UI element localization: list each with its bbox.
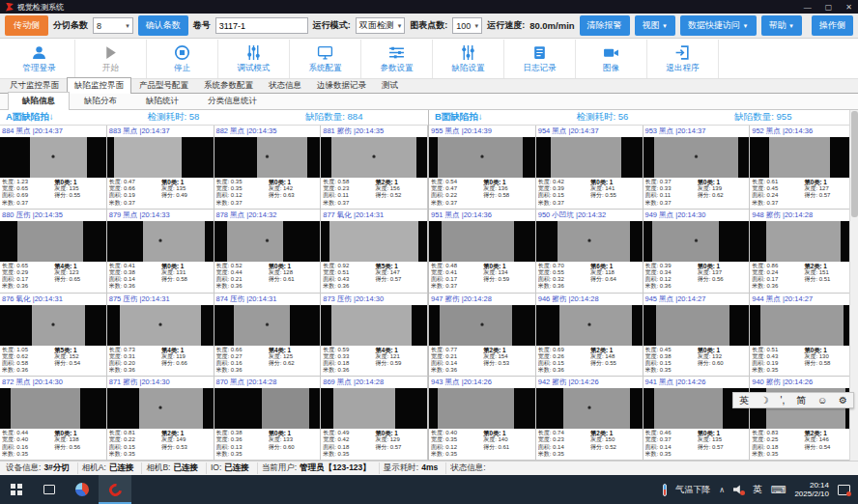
defect-cell[interactable]: 942 擦伤 |20:14:26 长度: 0.74 宽度: 0.23 面积: 0…: [536, 377, 644, 461]
confirm-count-button[interactable]: 确认条数: [138, 15, 188, 36]
action-button-defect[interactable]: 缺陷设置: [433, 40, 504, 78]
defect-cell[interactable]: 940 擦伤 |20:14:26 长度: 0.83 宽度: 0.25 面积: 0…: [750, 377, 857, 461]
defect-cell[interactable]: 869 黑点 |20:14:28 长度: 0.49 宽度: 0.42 面积: 0…: [321, 377, 428, 461]
speed-label: 运行速度:: [487, 19, 525, 32]
action-button-user[interactable]: 管理登录: [4, 40, 75, 78]
tab-4[interactable]: 状态信息: [261, 77, 309, 93]
defect-cell[interactable]: 881 擦伤 |20:14:35 长度: 0.58 宽度: 0.23 面积: 0…: [321, 126, 428, 210]
subtab-3[interactable]: 分类信息统计: [193, 92, 272, 109]
start-button[interactable]: [0, 475, 33, 504]
defect-cell[interactable]: 878 黑点 |20:14:32 长度: 0.52 宽度: 0.44 面积: 0…: [214, 210, 322, 294]
score-value: 0.57: [712, 444, 724, 450]
data-quick-access-menu-button[interactable]: 数据快捷访问 ▼: [680, 15, 756, 36]
defect-cell[interactable]: 876 氧化 |20:14:31 长度: 1.05 宽度: 0.62 面积: 0…: [0, 294, 107, 378]
run-mode-select[interactable]: 双面检测 ▾: [356, 17, 406, 34]
action-button-log[interactable]: 日志记录: [504, 40, 576, 78]
defect-cell[interactable]: 950 小凹坑 |20:14:32 长度: 0.70 宽度: 0.55 面积: …: [536, 210, 644, 294]
close-button[interactable]: ✕: [845, 3, 852, 12]
tab-5[interactable]: 边缘数据记录: [309, 77, 374, 93]
task-view-button[interactable]: [33, 475, 66, 504]
drive-side-button[interactable]: 传动侧: [5, 15, 48, 36]
notification-center-icon[interactable]: [838, 485, 850, 495]
defect-cell[interactable]: 944 黑点 |20:14:27 长度: 0.51 宽度: 0.43 面积: 0…: [750, 294, 857, 378]
area-label: 面积:: [752, 276, 765, 282]
ime-simplified-mode[interactable]: 简: [796, 394, 806, 407]
width-value: 0.33: [660, 185, 672, 191]
subtab-2[interactable]: 缺陷统计: [131, 92, 193, 109]
width-value: 0.40: [16, 436, 28, 442]
length-label: 长度:: [431, 263, 444, 268]
defect-cell[interactable]: 884 黑点 |20:14:37 长度: 1.23 宽度: 0.65 面积: 0…: [0, 126, 107, 210]
clear-alarm-button[interactable]: 清除报警: [580, 15, 630, 36]
ime-moon-icon[interactable]: ☽: [760, 395, 769, 406]
defect-cell[interactable]: 945 黑点 |20:14:27 长度: 0.45 宽度: 0.38 面积: 0…: [644, 294, 751, 378]
panel-title[interactable]: B面缺陷拍↓: [435, 111, 577, 124]
defect-cell[interactable]: 948 擦伤 |20:14:28 长度: 0.86 宽度: 0.24 面积: 0…: [750, 210, 857, 294]
tab-6[interactable]: 测试: [374, 77, 406, 93]
panel-title[interactable]: A面缺陷拍↓: [6, 111, 148, 124]
defect-cell[interactable]: 870 黑点 |20:14:28 长度: 0.38 宽度: 0.36 面积: 0…: [214, 377, 322, 461]
defect-cell[interactable]: 955 黑点 |20:14:39 长度: 0.54 宽度: 0.47 面积: 0…: [429, 126, 536, 210]
width-value: 0.27: [231, 353, 243, 359]
roll-input[interactable]: [215, 17, 308, 34]
width-value: 0.43: [767, 353, 779, 359]
defect-cell[interactable]: 879 黑点 |20:14:33 长度: 0.41 宽度: 0.38 面积: 0…: [107, 210, 214, 294]
action-button-stop[interactable]: 停止: [147, 40, 218, 78]
defect-cell[interactable]: 947 擦伤 |20:14:28 长度: 0.77 宽度: 0.21 面积: 0…: [429, 294, 536, 378]
defect-cell[interactable]: 871 擦伤 |20:14:30 长度: 0.81 宽度: 0.22 面积: 0…: [107, 377, 214, 461]
action-button-params[interactable]: 参数设置: [361, 40, 433, 78]
operate-side-button[interactable]: 操作侧: [812, 15, 853, 36]
class-value: 第2类: 1: [804, 430, 854, 436]
taskbar-clock[interactable]: 20:14 2025/2/10: [794, 481, 829, 498]
keyboard-icon[interactable]: ⌨: [771, 484, 786, 496]
slit-count-select[interactable]: 8 ▾: [93, 17, 133, 34]
defect-cell[interactable]: 873 压伤 |20:14:30 长度: 0.59 宽度: 0.33 面积: 0…: [321, 294, 428, 378]
defect-cell[interactable]: 949 黑点 |20:14:30 长度: 0.39 宽度: 0.34 面积: 0…: [644, 210, 751, 294]
view-menu-button[interactable]: 视图 ▼: [635, 15, 675, 36]
tray-expand-chevron-icon[interactable]: ∧: [719, 486, 725, 494]
scrollbar-thumb[interactable]: [851, 111, 858, 217]
defect-cell[interactable]: 880 压伤 |20:14:35 长度: 0.65 宽度: 0.29 面积: 0…: [0, 210, 107, 294]
defect-cell-info: 长度: 0.39 宽度: 0.34 面积: 0.12 米数: 0.36 第0类:…: [644, 262, 750, 293]
tab-0[interactable]: 尺寸监控界面: [2, 77, 67, 93]
meter-value: 0.36: [338, 367, 350, 373]
defect-cell[interactable]: 943 黑点 |20:14:26 长度: 0.40 宽度: 0.35 面积: 0…: [429, 377, 536, 461]
action-button-camera[interactable]: 图像: [576, 40, 647, 78]
taskbar-app-browser[interactable]: [66, 475, 99, 504]
action-button-monitor[interactable]: 系统配置: [290, 40, 361, 78]
defect-cell-header: 878 黑点 |20:14:32: [214, 210, 321, 221]
defect-image: [321, 305, 427, 346]
action-button-exit[interactable]: 退出程序: [647, 40, 719, 78]
defect-cell[interactable]: 954 黑点 |20:14:37 长度: 0.42 宽度: 0.39 面积: 0…: [536, 126, 644, 210]
action-button-sliders[interactable]: 调试模式: [218, 40, 290, 78]
ime-emoji-icon[interactable]: ☺: [817, 395, 827, 406]
defect-cell[interactable]: 874 压伤 |20:14:31 长度: 0.66 宽度: 0.27 面积: 0…: [214, 294, 322, 378]
minimize-button[interactable]: —: [804, 3, 812, 12]
ime-lang-mode[interactable]: 英: [739, 394, 749, 407]
defect-cell[interactable]: 951 黑点 |20:14:36 长度: 0.48 宽度: 0.41 面积: 0…: [429, 210, 536, 294]
help-menu-button[interactable]: 帮助 ▼: [761, 15, 802, 36]
defect-cell[interactable]: 946 擦伤 |20:14:28 长度: 0.69 宽度: 0.26 面积: 0…: [536, 294, 644, 378]
subtab-1[interactable]: 缺陷分布: [70, 92, 131, 109]
defect-cell[interactable]: 882 黑点 |20:14:35 长度: 0.35 宽度: 0.35 面积: 0…: [214, 126, 322, 210]
defect-cell[interactable]: 952 黑点 |20:14:36 长度: 0.61 宽度: 0.45 面积: 0…: [750, 126, 857, 210]
taskbar-app-inspection[interactable]: [99, 475, 131, 504]
defect-cell[interactable]: 883 黑点 |20:14:37 长度: 0.47 宽度: 0.66 面积: 0…: [107, 126, 214, 210]
ime-tray-language[interactable]: 英: [753, 484, 762, 496]
defect-cell[interactable]: 941 黑点 |20:14:26 长度: 0.46 宽度: 0.37 面积: 0…: [644, 377, 751, 461]
tab-3[interactable]: 系统参数配置: [196, 77, 261, 93]
defect-cell[interactable]: 877 氧化 |20:14:31 长度: 0.92 宽度: 0.51 面积: 0…: [321, 210, 428, 294]
defect-cell[interactable]: 953 黑点 |20:14:37 长度: 0.37 宽度: 0.33 面积: 0…: [644, 126, 751, 210]
subtab-0[interactable]: 缺陷信息: [8, 92, 70, 110]
ime-settings-gear-icon[interactable]: ⚙: [839, 395, 847, 406]
tab-2[interactable]: 产品型号配置: [131, 77, 196, 93]
action-button-play[interactable]: 开始: [75, 40, 147, 78]
length-value: 0.52: [231, 263, 243, 268]
defect-cell[interactable]: 875 压伤 |20:14:31 长度: 0.73 宽度: 0.31 面积: 0…: [107, 294, 214, 378]
ime-punct-mode[interactable]: ',: [781, 395, 786, 406]
defect-cell[interactable]: 872 黑点 |20:14:30 长度: 0.44 宽度: 0.40 面积: 0…: [0, 377, 107, 461]
maximize-button[interactable]: ▢: [825, 3, 833, 12]
volume-icon[interactable]: [733, 485, 744, 494]
weather-text[interactable]: 气温下降: [675, 484, 710, 496]
chart-points-select[interactable]: 100 ▾: [452, 17, 482, 34]
